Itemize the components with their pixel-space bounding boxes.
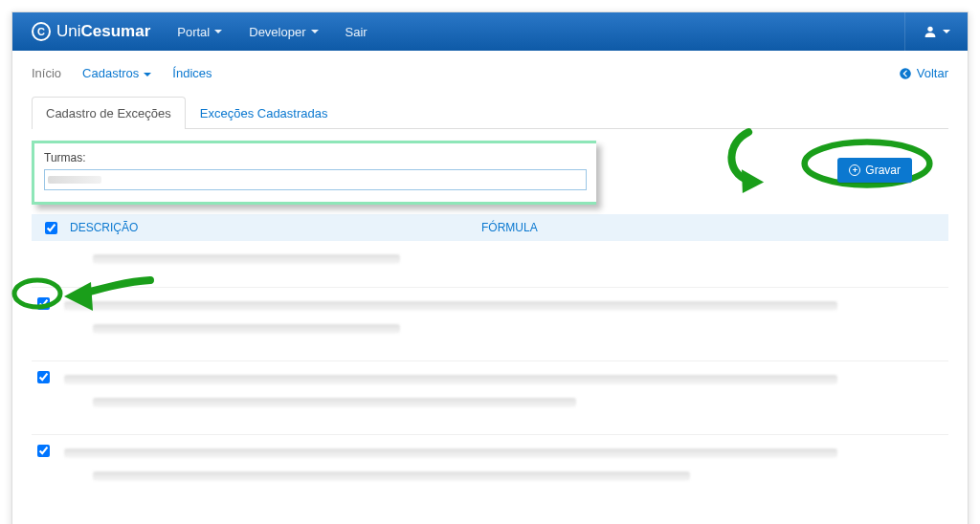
svg-point-0 — [927, 27, 932, 32]
row-content — [64, 295, 943, 339]
blurred-text — [93, 398, 576, 407]
blurred-text — [93, 471, 690, 481]
brand-suffix: Cesumar — [81, 22, 151, 40]
header-descricao[interactable]: DESCRIÇÃO — [64, 221, 476, 234]
table-row — [32, 288, 948, 361]
nav-developer-label: Developer — [249, 25, 305, 39]
brand-icon: C — [32, 22, 51, 41]
row-checkbox-cell — [37, 369, 64, 386]
subnav-cadastros[interactable]: Cadastros — [82, 60, 151, 86]
chevron-down-icon — [311, 30, 319, 33]
tab-cadastro-excecoes[interactable]: Cadastro de Exceções — [32, 97, 186, 129]
turmas-label: Turmas: — [44, 151, 587, 164]
blurred-text — [93, 324, 400, 334]
header-checkbox-cell — [37, 222, 64, 234]
nav-spacer — [379, 12, 904, 51]
header-formula[interactable]: FÓRMULA — [476, 221, 943, 234]
row-checkbox-cell — [37, 443, 64, 460]
brand-text: UniCesumar — [56, 22, 150, 41]
subnav-cadastros-label: Cadastros — [82, 66, 139, 80]
top-navbar: C UniCesumar Portal Developer Sair — [12, 12, 968, 51]
table-body — [32, 241, 948, 508]
turmas-panel: Turmas: — [32, 141, 596, 205]
user-icon — [923, 24, 938, 39]
app-frame: C UniCesumar Portal Developer Sair Iníci… — [11, 11, 969, 524]
content-area: Cadastro de Exceções Exceções Cadastrada… — [12, 87, 968, 524]
table-row — [32, 435, 948, 508]
row-content — [64, 249, 943, 270]
table-row — [32, 241, 948, 288]
blurred-text — [64, 375, 837, 384]
tab-excecoes-cadastradas[interactable]: Exceções Cadastradas — [186, 97, 343, 129]
nav-sair-label: Sair — [345, 25, 368, 39]
brand-logo-area[interactable]: C UniCesumar — [12, 12, 166, 51]
row-checkbox[interactable] — [37, 445, 50, 457]
nav-portal[interactable]: Portal — [166, 12, 234, 51]
table-row — [32, 361, 948, 435]
voltar-label: Voltar — [917, 66, 948, 80]
back-circle-icon — [899, 67, 912, 80]
blurred-text — [64, 448, 837, 458]
blurred-text — [64, 301, 837, 311]
subnav-inicio[interactable]: Início — [32, 60, 61, 86]
nav-portal-label: Portal — [177, 25, 210, 39]
nav-developer[interactable]: Developer — [237, 12, 329, 51]
svg-point-1 — [900, 68, 911, 79]
subnav-indices[interactable]: Índices — [172, 60, 212, 86]
row-checkbox[interactable] — [37, 371, 50, 383]
gravar-button[interactable]: + Gravar — [837, 158, 912, 183]
nav-sair[interactable]: Sair — [334, 12, 379, 51]
primary-nav: Portal Developer Sair — [166, 12, 378, 51]
annotation-arrow-right-icon — [714, 125, 800, 202]
chevron-down-icon — [144, 73, 151, 76]
gravar-label: Gravar — [865, 164, 901, 177]
row-checkbox[interactable] — [37, 297, 50, 310]
table-header: DESCRIÇÃO FÓRMULA — [32, 214, 948, 241]
gravar-region: + Gravar — [709, 142, 948, 200]
select-all-checkbox[interactable] — [45, 222, 57, 234]
chevron-down-icon — [943, 30, 950, 33]
blurred-text — [93, 254, 400, 264]
row-checkbox-cell — [37, 295, 64, 313]
turmas-input[interactable] — [44, 169, 587, 190]
sub-navbar: Início Cadastros Índices Voltar — [12, 51, 968, 87]
turmas-blurred-text — [48, 176, 101, 184]
row-checkbox-cell — [37, 249, 64, 251]
plus-circle-icon: + — [849, 164, 860, 176]
tab-bar: Cadastro de Exceções Exceções Cadastrada… — [32, 97, 948, 129]
row-content — [64, 443, 943, 487]
row-content — [64, 369, 943, 413]
chevron-down-icon — [214, 30, 222, 33]
voltar-link[interactable]: Voltar — [899, 66, 948, 80]
brand-prefix: Uni — [56, 22, 81, 40]
user-menu[interactable] — [904, 12, 968, 51]
